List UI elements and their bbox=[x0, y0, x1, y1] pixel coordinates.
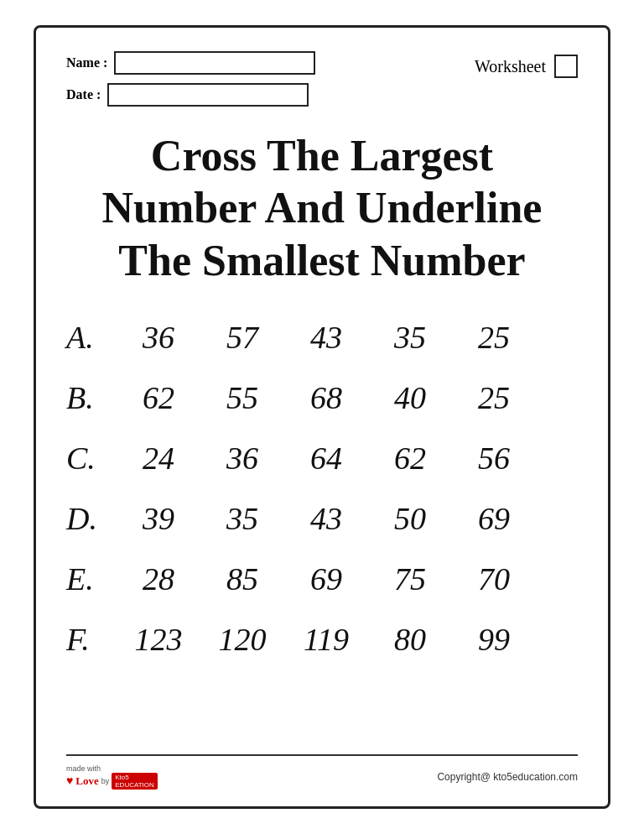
number-d5: 69 bbox=[452, 500, 536, 537]
page: Name : Date : Worksheet Cross The Larges… bbox=[0, 0, 644, 834]
number-d4: 50 bbox=[368, 500, 452, 537]
title-line2: Number And Underline bbox=[66, 182, 578, 234]
number-d1: 39 bbox=[117, 500, 200, 537]
number-e1: 28 bbox=[117, 560, 200, 597]
row-label-b: B. bbox=[66, 379, 117, 416]
made-with-text: made with bbox=[66, 764, 101, 773]
number-f3: 119 bbox=[284, 621, 368, 658]
number-b3: 68 bbox=[284, 379, 368, 416]
number-a4: 35 bbox=[368, 319, 452, 356]
date-label: Date : bbox=[66, 87, 101, 102]
worksheet-label: Worksheet bbox=[475, 57, 546, 76]
worksheet-checkbox[interactable] bbox=[554, 55, 578, 78]
number-a3: 43 bbox=[284, 319, 368, 356]
title-line1: Cross The Largest bbox=[66, 130, 578, 182]
number-c3: 64 bbox=[284, 440, 368, 477]
number-f2: 120 bbox=[200, 621, 284, 658]
footer: made with ♥ Love by Kto5EDUCATION Copyri… bbox=[66, 754, 578, 790]
worksheet-label-section: Worksheet bbox=[475, 51, 578, 78]
problem-row-e: E. 28 85 69 75 70 bbox=[66, 549, 578, 609]
number-f5: 99 bbox=[452, 621, 536, 658]
number-c5: 56 bbox=[452, 440, 536, 477]
title-line3: The Smallest Number bbox=[66, 235, 578, 287]
logo-container: made with ♥ Love by Kto5EDUCATION bbox=[66, 764, 158, 790]
number-b1: 62 bbox=[117, 379, 200, 416]
number-c2: 36 bbox=[200, 440, 284, 477]
number-e5: 70 bbox=[452, 560, 536, 597]
number-e4: 75 bbox=[368, 560, 452, 597]
problem-row-a: A. 36 57 43 35 25 bbox=[66, 307, 578, 367]
problem-row-d: D. 39 35 43 50 69 bbox=[66, 488, 578, 549]
number-b4: 40 bbox=[368, 379, 452, 416]
number-c4: 62 bbox=[368, 440, 452, 477]
row-label-a: A. bbox=[66, 319, 117, 356]
number-b5: 25 bbox=[452, 379, 536, 416]
problem-row-b: B. 62 55 68 40 25 bbox=[66, 367, 578, 428]
number-a2: 57 bbox=[200, 319, 284, 356]
number-c1: 24 bbox=[117, 440, 200, 477]
number-d2: 35 bbox=[200, 500, 284, 537]
number-a1: 36 bbox=[117, 319, 200, 356]
main-title: Cross The Largest Number And Underline T… bbox=[66, 130, 578, 287]
number-f1: 123 bbox=[117, 621, 200, 658]
title-section: Cross The Largest Number And Underline T… bbox=[66, 130, 578, 287]
heart-icon: ♥ bbox=[66, 774, 73, 788]
number-f4: 80 bbox=[368, 621, 452, 658]
number-e2: 85 bbox=[200, 560, 284, 597]
date-row: Date : bbox=[66, 83, 315, 107]
row-label-d: D. bbox=[66, 500, 117, 537]
by-text: by bbox=[101, 777, 110, 785]
number-b2: 55 bbox=[200, 379, 284, 416]
logo-brand: ♥ Love by Kto5EDUCATION bbox=[66, 773, 158, 790]
name-input-box[interactable] bbox=[114, 51, 315, 75]
row-label-c: C. bbox=[66, 440, 117, 477]
name-label: Name : bbox=[66, 55, 107, 70]
row-label-f: F. bbox=[66, 621, 117, 658]
number-d3: 43 bbox=[284, 500, 368, 537]
problems-section: A. 36 57 43 35 25 B. 62 55 68 40 25 C. 2… bbox=[66, 307, 578, 754]
worksheet-border: Name : Date : Worksheet Cross The Larges… bbox=[34, 25, 610, 809]
copyright-text: Copyright@ kto5education.com bbox=[437, 771, 578, 783]
problem-row-c: C. 24 36 64 62 56 bbox=[66, 428, 578, 488]
edu-badge: Kto5EDUCATION bbox=[112, 773, 158, 790]
name-date-section: Name : Date : bbox=[66, 51, 315, 107]
name-row: Name : bbox=[66, 51, 315, 75]
number-e3: 69 bbox=[284, 560, 368, 597]
header: Name : Date : Worksheet bbox=[66, 51, 578, 107]
number-a5: 25 bbox=[452, 319, 536, 356]
love-text: Love bbox=[75, 774, 98, 788]
problem-row-f: F. 123 120 119 80 99 bbox=[66, 609, 578, 670]
row-label-e: E. bbox=[66, 560, 117, 597]
date-input-box[interactable] bbox=[107, 83, 309, 107]
